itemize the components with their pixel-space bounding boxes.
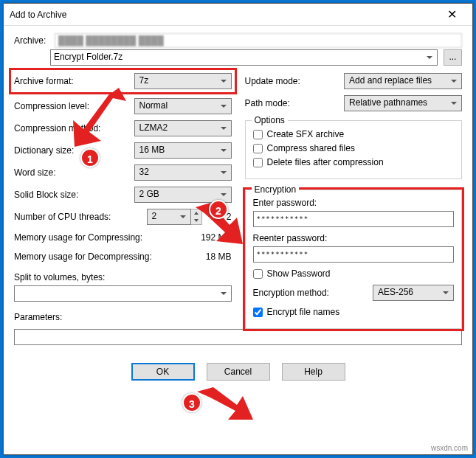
svg-marker-0	[73, 88, 126, 147]
ok-button[interactable]: OK	[131, 363, 195, 381]
compression-method-select[interactable]: LZMA2	[134, 120, 232, 136]
dialog-add-to-archive: Add to Archive ✕ Archive: ████ ████████ …	[3, 3, 473, 455]
compression-level-select[interactable]: Normal	[134, 98, 232, 114]
update-mode-select[interactable]: Add and replace files	[344, 73, 462, 89]
split-volumes-combo[interactable]	[14, 285, 232, 302]
archive-filename-text: Encrypt Folder.7z	[54, 52, 123, 62]
reenter-password-label: Reenter password:	[253, 233, 455, 243]
callout-arrow-1	[60, 88, 126, 147]
mem-decompress-label: Memory usage for Decompressing:	[14, 251, 187, 262]
word-size-label: Word size:	[14, 167, 134, 178]
options-legend: Options	[252, 115, 288, 125]
encrypt-filenames-checkbox[interactable]: Encrypt file names	[253, 307, 455, 317]
reenter-password-input[interactable]: ***********	[253, 246, 455, 263]
archive-filename-combo[interactable]: Encrypt Folder.7z	[50, 49, 438, 66]
solid-block-size-label: Solid Block size:	[14, 190, 134, 200]
cpu-threads-label: Number of CPU threads:	[14, 212, 147, 222]
create-sfx-checkbox[interactable]: Create SFX archive	[253, 129, 455, 139]
callout-badge-1: 1	[80, 148, 100, 167]
encryption-method-label: Encryption method:	[253, 288, 373, 298]
close-icon[interactable]: ✕	[437, 7, 466, 21]
encryption-group: Encryption Enter password: *********** R…	[245, 190, 463, 329]
callout-arrow-3	[197, 387, 256, 423]
archive-path-display: ████ ████████ ████	[55, 33, 462, 48]
archive-format-select[interactable]: 7z	[134, 73, 232, 89]
callout-badge-3: 3	[182, 393, 201, 412]
delete-after-checkbox[interactable]: Delete files after compression	[253, 157, 455, 167]
encryption-method-select[interactable]: AES-256	[373, 285, 454, 301]
help-button[interactable]: Help	[282, 363, 345, 381]
compress-shared-checkbox[interactable]: Compress shared files	[253, 143, 455, 153]
show-password-checkbox[interactable]: Show Password	[253, 268, 455, 279]
options-group: Options Create SFX archive Compress shar…	[245, 120, 463, 179]
window-title: Add to Archive	[10, 10, 437, 20]
titlebar: Add to Archive ✕	[4, 4, 472, 26]
update-mode-label: Update mode:	[245, 76, 345, 86]
enter-password-input[interactable]: ***********	[253, 211, 455, 227]
enter-password-label: Enter password:	[253, 198, 455, 208]
watermark: wsxdn.com	[431, 444, 468, 452]
parameters-label: Parameters:	[14, 312, 232, 322]
svg-marker-2	[197, 387, 253, 420]
path-mode-label: Path mode:	[245, 98, 345, 108]
dictionary-size-label: Dictionary size:	[14, 145, 134, 156]
archive-format-label: Archive format:	[14, 76, 134, 86]
split-volumes-label: Split to volumes, bytes:	[14, 272, 232, 282]
mem-decompress-value: 18 MB	[187, 251, 232, 262]
path-mode-select[interactable]: Relative pathnames	[344, 95, 462, 111]
encryption-legend: Encryption	[252, 184, 300, 195]
callout-badge-2: 2	[209, 200, 228, 219]
parameters-input[interactable]	[14, 329, 462, 345]
mem-compress-label: Memory usage for Compressing:	[14, 232, 187, 243]
browse-button[interactable]: ...	[444, 49, 462, 66]
archive-label: Archive:	[14, 35, 55, 46]
cancel-button[interactable]: Cancel	[207, 363, 270, 381]
cpu-threads-select[interactable]: 2	[147, 209, 191, 225]
word-size-select[interactable]: 32	[134, 164, 232, 181]
dictionary-size-select[interactable]: 16 MB	[134, 142, 232, 159]
